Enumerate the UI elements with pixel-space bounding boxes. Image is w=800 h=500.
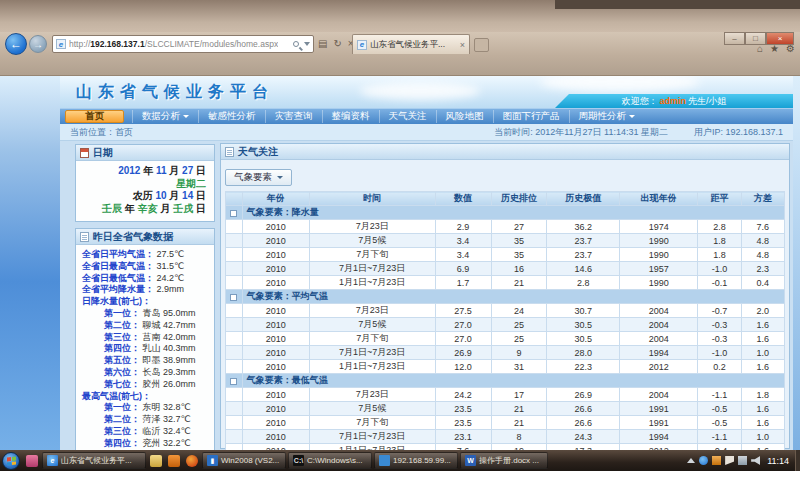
table-cell: 2010 (242, 262, 309, 276)
refresh-icon[interactable]: ↻ (333, 38, 341, 49)
address-bar[interactable]: e http://192.168.137.1/SLCCLIMATE/module… (52, 35, 314, 53)
nav-item-9[interactable]: 周期性分析 (569, 110, 645, 123)
table-row[interactable]: 20107月5候3.43523.719901.84.8 (226, 234, 785, 248)
task-button-1[interactable]: ▮Win2008 (VS2... (202, 452, 286, 469)
section-checkbox[interactable] (230, 210, 237, 217)
main-navigation: 首页数据分析敏感性分析灾害查询整编资料天气关注风险地图图面下行产品周期性分析 (60, 108, 793, 124)
browser-tab[interactable]: e 山东省气候业务平... × (352, 34, 470, 54)
checkbox-column-header (226, 192, 243, 206)
task-button-3[interactable]: 192.168.59.99... (374, 452, 458, 469)
table-cell: 2010 (242, 416, 309, 430)
tab-close-icon[interactable]: × (460, 40, 465, 50)
start-button[interactable] (2, 452, 20, 470)
table-row[interactable]: 20107月1日~7月23日6.91614.61957-1.02.3 (226, 262, 785, 276)
table-row[interactable]: 20107月23日2.92736.219742.87.6 (226, 220, 785, 234)
action-center-icon[interactable] (712, 456, 721, 465)
favorites-star-icon[interactable]: ★ (770, 43, 779, 54)
section-header-row[interactable]: 气象要素：最低气温 (226, 374, 785, 388)
explorer-icon[interactable] (150, 455, 162, 467)
table-cell: 2010 (242, 402, 309, 416)
nav-item-6[interactable]: 天气关注 (379, 110, 436, 123)
table-row[interactable]: 20107月下旬3.43523.719901.84.8 (226, 248, 785, 262)
row-checkbox-cell (226, 402, 243, 416)
flag-icon[interactable] (725, 456, 734, 465)
row-checkbox-cell (226, 430, 243, 444)
row-checkbox-cell (226, 346, 243, 360)
calendar-icon (80, 148, 89, 158)
tray-expand-icon[interactable] (687, 458, 695, 463)
table-row[interactable]: 20107月1日~7月23日26.9928.01994-1.01.0 (226, 346, 785, 360)
section-header-row[interactable]: 气象要素：降水量 (226, 206, 785, 220)
weather-stat: 全省平均降水量： 2.9mm (82, 284, 212, 296)
table-cell: 2010 (242, 248, 309, 262)
username: admin (659, 96, 686, 106)
screenshot-margin (0, 471, 800, 500)
element-filter-button[interactable]: 气象要素 (225, 169, 292, 186)
column-header: 时间 (309, 192, 435, 206)
screen: ← → e http://192.168.137.1/SLCCLIMATE/mo… (0, 0, 800, 500)
table-row[interactable]: 20107月23日27.52430.72004-0.72.0 (226, 304, 785, 318)
volume-icon[interactable] (751, 456, 760, 465)
forward-button[interactable]: → (29, 35, 47, 53)
background-window-bar (555, 0, 800, 9)
table-cell: 7月下旬 (309, 416, 435, 430)
table-cell: -1.1 (698, 430, 741, 444)
table-row[interactable]: 20107月23日24.21726.92004-1.11.8 (226, 388, 785, 402)
table-cell: 1月1日~7月23日 (309, 360, 435, 374)
table-cell: -0.5 (698, 416, 741, 430)
nav-item-5[interactable]: 整编资料 (322, 110, 379, 123)
nav-item-label: 天气关注 (389, 110, 427, 123)
minimize-button[interactable]: – (724, 32, 745, 45)
table-cell: 7月下旬 (309, 332, 435, 346)
table-cell: 1.6 (741, 416, 784, 430)
column-header: 年份 (242, 192, 309, 206)
task-button-word[interactable]: W操作手册.docx ... (460, 452, 548, 469)
table-cell: 2004 (620, 304, 698, 318)
table-cell: 26.6 (547, 416, 620, 430)
table-cell: 22.3 (547, 360, 620, 374)
nav-item-8[interactable]: 图面下行产品 (493, 110, 569, 123)
pinned-orange-icon[interactable] (168, 455, 180, 467)
table-cell: 21 (491, 416, 547, 430)
show-desktop-button[interactable] (795, 450, 800, 471)
dropdown-arrow-icon (183, 115, 189, 118)
table-row[interactable]: 20107月5候23.52126.61991-0.51.6 (226, 402, 785, 416)
row-checkbox-cell (226, 360, 243, 374)
section-header-row[interactable]: 气象要素：平均气温 (226, 290, 785, 304)
weather-stat: 第一位： 东明 32.8℃ (82, 402, 212, 414)
taskbar-clock[interactable]: 11:14 (767, 456, 789, 466)
table-row[interactable]: 20107月下旬23.52126.61991-0.51.6 (226, 416, 785, 430)
section-title: 气象要素：降水量 (242, 206, 784, 220)
nav-item-label: 灾害查询 (275, 110, 313, 123)
table-cell: 2010 (242, 346, 309, 360)
pinned-app-icon[interactable] (26, 455, 38, 467)
compatibility-icon[interactable]: ▤ (318, 38, 327, 49)
section-checkbox[interactable] (230, 294, 237, 301)
tray-app-icon[interactable] (699, 456, 708, 465)
new-tab-button[interactable] (474, 38, 489, 52)
table-row[interactable]: 20107月下旬27.02530.52004-0.31.6 (226, 332, 785, 346)
nav-item-2[interactable]: 数据分析 (132, 110, 198, 123)
task-button-2[interactable]: C:\C:\Windows\s... (288, 452, 372, 469)
table-cell: 25 (491, 332, 547, 346)
nav-item-4[interactable]: 灾害查询 (265, 110, 322, 123)
table-row[interactable]: 20107月1日~7月23日23.1824.31994-1.11.0 (226, 430, 785, 444)
address-dropdown-icon[interactable] (304, 42, 310, 46)
nav-item-3[interactable]: 敏感性分析 (198, 110, 265, 123)
table-row[interactable]: 20107月5候27.02530.52004-0.31.6 (226, 318, 785, 332)
column-header: 方差 (741, 192, 784, 206)
settings-gear-icon[interactable]: ⚙ (786, 43, 795, 54)
table-row[interactable]: 20101月1日~7月23日12.03122.320120.21.6 (226, 360, 785, 374)
table-cell: 7.6 (741, 220, 784, 234)
back-button[interactable]: ← (5, 33, 27, 55)
nav-item-7[interactable]: 风险地图 (436, 110, 493, 123)
nav-item-1[interactable]: 首页 (65, 110, 124, 123)
media-player-icon[interactable] (186, 455, 198, 467)
section-checkbox[interactable] (230, 378, 237, 385)
home-icon[interactable]: ⌂ (757, 43, 763, 54)
network-icon[interactable] (738, 456, 747, 465)
table-row[interactable]: 20101月1日~7月23日1.7212.81990-0.10.4 (226, 276, 785, 290)
table-cell: 7月5候 (309, 318, 435, 332)
ie-taskbar-button[interactable]: e 山东省气候业务平... (42, 452, 146, 469)
search-icon[interactable] (293, 41, 299, 47)
